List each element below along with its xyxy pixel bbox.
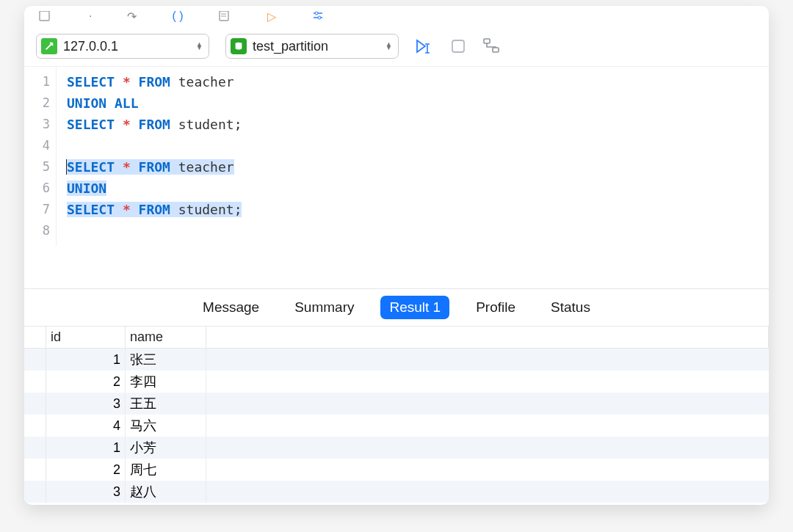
- cell-id[interactable]: 3: [46, 393, 126, 415]
- chevron-updown-icon: ▲▼: [196, 43, 203, 50]
- chevron-updown-icon: ▲▼: [385, 43, 392, 50]
- table-row[interactable]: 2 李四: [24, 371, 769, 393]
- code-area[interactable]: SELECT * FROM teacherUNION ALLSELECT * F…: [57, 67, 769, 246]
- sql-editor[interactable]: 12345678 SELECT * FROM teacherUNION ALLS…: [24, 66, 769, 246]
- table-row[interactable]: 2 周七: [24, 459, 769, 481]
- column-header-rest: [206, 327, 769, 348]
- row-header-gutter: [24, 327, 46, 348]
- svg-rect-0: [40, 11, 49, 21]
- dot-icon[interactable]: ·: [89, 10, 92, 23]
- stop-icon[interactable]: [450, 38, 466, 54]
- cell-name[interactable]: 小芳: [126, 437, 206, 459]
- table-row[interactable]: 3 赵八: [24, 481, 769, 503]
- tab-status[interactable]: Status: [542, 296, 599, 319]
- svg-rect-12: [452, 40, 464, 52]
- cell-id[interactable]: 3: [46, 481, 126, 503]
- cell-name[interactable]: 赵八: [126, 481, 206, 503]
- database-name: test_partition: [253, 39, 328, 54]
- result-tabs: MessageSummaryResult 1ProfileStatus: [24, 288, 769, 327]
- database-icon: [231, 38, 247, 54]
- cell-id[interactable]: 1: [46, 437, 126, 459]
- cell-id[interactable]: 4: [46, 415, 126, 437]
- connection-icon: [41, 38, 57, 54]
- cell-id[interactable]: 1: [46, 349, 126, 371]
- table-row[interactable]: 3 王五: [24, 393, 769, 415]
- editor-gap: [24, 246, 769, 288]
- explain-icon[interactable]: [482, 37, 501, 55]
- svg-point-7: [318, 16, 321, 19]
- run-cursor-icon[interactable]: [415, 37, 434, 55]
- column-header-name[interactable]: name: [126, 327, 206, 348]
- svg-rect-14: [493, 48, 499, 52]
- svg-rect-13: [484, 39, 490, 43]
- file-icon[interactable]: [39, 11, 54, 21]
- tab-message[interactable]: Message: [194, 296, 268, 319]
- connection-host: 127.0.0.1: [63, 39, 118, 54]
- flag-icon[interactable]: ▷: [267, 10, 276, 23]
- cell-name[interactable]: 马六: [126, 415, 206, 437]
- database-select[interactable]: test_partition ▲▼: [225, 34, 399, 59]
- svg-point-6: [315, 12, 318, 15]
- arrow-icon[interactable]: ↷: [127, 10, 137, 23]
- table-row[interactable]: 1 小芳: [24, 437, 769, 459]
- column-header-id[interactable]: id: [46, 327, 126, 348]
- cell-name[interactable]: 周七: [126, 459, 206, 481]
- connection-select[interactable]: 127.0.0.1 ▲▼: [36, 34, 209, 59]
- cell-id[interactable]: 2: [46, 371, 126, 393]
- app-window: · ↷ ( ) ▷ 127.0.0.1 ▲▼ test_partition ▲▼: [24, 6, 769, 505]
- tab-result-1[interactable]: Result 1: [380, 296, 449, 319]
- cell-name[interactable]: 张三: [126, 349, 206, 371]
- table-row[interactable]: 1 张三: [24, 349, 769, 371]
- toolbar: 127.0.0.1 ▲▼ test_partition ▲▼: [24, 26, 769, 66]
- page-icon[interactable]: [219, 11, 232, 21]
- result-grid: id name 1 张三 2 李四 3 王五 4 马六 1 小芳 2 周七 3 …: [24, 327, 769, 503]
- tab-profile[interactable]: Profile: [467, 296, 524, 319]
- cell-name[interactable]: 王五: [126, 393, 206, 415]
- cell-id[interactable]: 2: [46, 459, 126, 481]
- tab-summary[interactable]: Summary: [286, 296, 363, 319]
- top-icon-row: · ↷ ( ) ▷: [24, 6, 769, 26]
- braces-icon[interactable]: ( ): [172, 10, 183, 23]
- line-gutter: 12345678: [24, 67, 57, 246]
- cell-name[interactable]: 李四: [126, 371, 206, 393]
- table-row[interactable]: 4 马六: [24, 415, 769, 437]
- tune-icon[interactable]: [311, 11, 325, 21]
